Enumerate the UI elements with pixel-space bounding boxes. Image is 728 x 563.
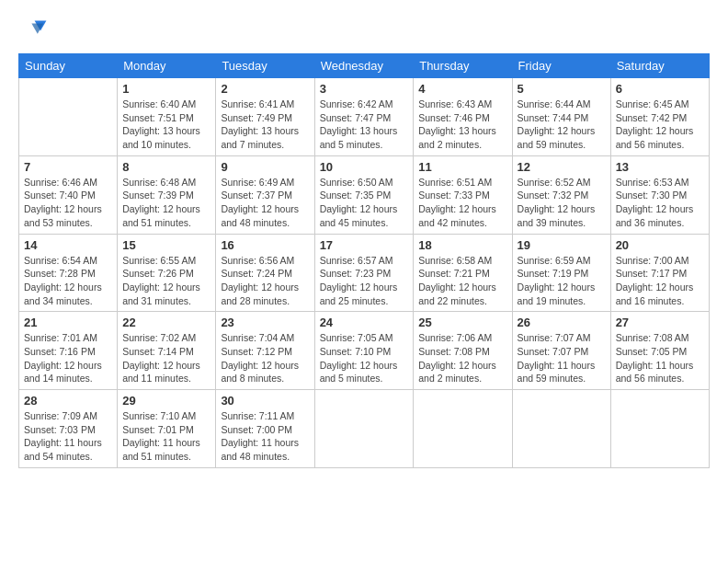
table-row: 24Sunrise: 7:05 AMSunset: 7:10 PMDayligh… (314, 312, 414, 390)
day-number: 11 (418, 160, 506, 174)
table-row: 13Sunrise: 6:53 AMSunset: 7:30 PMDayligh… (610, 155, 709, 234)
day-number: 15 (122, 238, 210, 252)
table-row: 26Sunrise: 7:07 AMSunset: 7:07 PMDayligh… (512, 312, 610, 390)
day-info: Sunrise: 7:07 AMSunset: 7:07 PMDaylight:… (518, 331, 606, 385)
table-row: 16Sunrise: 6:56 AMSunset: 7:24 PMDayligh… (216, 234, 314, 312)
table-row: 15Sunrise: 6:55 AMSunset: 7:26 PMDayligh… (118, 234, 216, 312)
day-info: Sunrise: 6:58 AMSunset: 7:21 PMDaylight:… (418, 254, 506, 308)
day-number: 7 (24, 160, 112, 174)
day-info: Sunrise: 6:44 AMSunset: 7:44 PMDaylight:… (518, 98, 606, 152)
logo-icon (18, 15, 48, 44)
day-number: 22 (122, 316, 210, 329)
day-info: Sunrise: 7:01 AMSunset: 7:16 PMDaylight:… (24, 331, 112, 385)
table-row: 18Sunrise: 6:58 AMSunset: 7:21 PMDayligh… (414, 234, 512, 312)
table-row: 9Sunrise: 6:49 AMSunset: 7:37 PMDaylight… (216, 155, 314, 234)
day-number: 10 (320, 160, 409, 174)
day-info: Sunrise: 7:09 AMSunset: 7:03 PMDaylight:… (24, 409, 112, 464)
day-number: 28 (24, 394, 112, 408)
table-row (512, 390, 610, 468)
logo (18, 15, 51, 44)
calendar-week-row: 28Sunrise: 7:09 AMSunset: 7:03 PMDayligh… (19, 390, 710, 468)
col-thursday: Thursday (414, 54, 512, 78)
table-row (414, 390, 512, 468)
day-info: Sunrise: 6:48 AMSunset: 7:39 PMDaylight:… (122, 176, 210, 230)
day-number: 29 (122, 394, 210, 408)
table-row: 25Sunrise: 7:06 AMSunset: 7:08 PMDayligh… (414, 312, 512, 390)
day-number: 25 (418, 316, 506, 329)
day-info: Sunrise: 6:53 AMSunset: 7:30 PMDaylight:… (616, 176, 704, 230)
day-info: Sunrise: 6:59 AMSunset: 7:19 PMDaylight:… (518, 254, 606, 308)
table-row: 12Sunrise: 6:52 AMSunset: 7:32 PMDayligh… (512, 155, 610, 234)
day-info: Sunrise: 6:43 AMSunset: 7:46 PMDaylight:… (418, 98, 506, 152)
col-sunday: Sunday (19, 54, 118, 78)
day-info: Sunrise: 6:52 AMSunset: 7:32 PMDaylight:… (518, 176, 606, 230)
table-row (610, 390, 709, 468)
day-info: Sunrise: 7:00 AMSunset: 7:17 PMDaylight:… (616, 254, 704, 308)
day-number: 26 (518, 316, 606, 329)
day-info: Sunrise: 6:41 AMSunset: 7:49 PMDaylight:… (221, 98, 309, 152)
day-number: 1 (122, 82, 210, 96)
col-friday: Friday (512, 54, 610, 78)
day-info: Sunrise: 7:04 AMSunset: 7:12 PMDaylight:… (221, 331, 309, 385)
day-number: 14 (24, 238, 112, 252)
day-info: Sunrise: 6:56 AMSunset: 7:24 PMDaylight:… (221, 254, 309, 308)
day-info: Sunrise: 7:10 AMSunset: 7:01 PMDaylight:… (122, 409, 210, 464)
table-row: 27Sunrise: 7:08 AMSunset: 7:05 PMDayligh… (610, 312, 709, 390)
table-row: 23Sunrise: 7:04 AMSunset: 7:12 PMDayligh… (216, 312, 314, 390)
day-info: Sunrise: 7:06 AMSunset: 7:08 PMDaylight:… (418, 331, 506, 385)
day-number: 23 (221, 316, 309, 329)
day-number: 4 (418, 82, 506, 96)
calendar-week-row: 7Sunrise: 6:46 AMSunset: 7:40 PMDaylight… (19, 155, 710, 234)
day-number: 16 (221, 238, 309, 252)
day-number: 8 (122, 160, 210, 174)
table-row: 28Sunrise: 7:09 AMSunset: 7:03 PMDayligh… (19, 390, 118, 468)
day-number: 12 (518, 160, 606, 174)
table-row: 8Sunrise: 6:48 AMSunset: 7:39 PMDaylight… (118, 155, 216, 234)
day-number: 20 (616, 238, 704, 252)
table-row: 19Sunrise: 6:59 AMSunset: 7:19 PMDayligh… (512, 234, 610, 312)
table-row: 4Sunrise: 6:43 AMSunset: 7:46 PMDaylight… (414, 78, 512, 156)
table-row: 21Sunrise: 7:01 AMSunset: 7:16 PMDayligh… (19, 312, 118, 390)
calendar-week-row: 14Sunrise: 6:54 AMSunset: 7:28 PMDayligh… (19, 234, 710, 312)
col-saturday: Saturday (610, 54, 709, 78)
day-info: Sunrise: 6:42 AMSunset: 7:47 PMDaylight:… (320, 98, 409, 152)
col-wednesday: Wednesday (314, 54, 414, 78)
table-row (314, 390, 414, 468)
day-info: Sunrise: 6:54 AMSunset: 7:28 PMDaylight:… (24, 254, 112, 308)
table-row: 7Sunrise: 6:46 AMSunset: 7:40 PMDaylight… (19, 155, 118, 234)
day-number: 19 (518, 238, 606, 252)
day-number: 9 (221, 160, 309, 174)
table-row: 1Sunrise: 6:40 AMSunset: 7:51 PMDaylight… (118, 78, 216, 156)
table-row: 20Sunrise: 7:00 AMSunset: 7:17 PMDayligh… (610, 234, 709, 312)
table-row: 11Sunrise: 6:51 AMSunset: 7:33 PMDayligh… (414, 155, 512, 234)
day-info: Sunrise: 7:08 AMSunset: 7:05 PMDaylight:… (616, 331, 704, 385)
day-info: Sunrise: 7:11 AMSunset: 7:00 PMDaylight:… (221, 409, 309, 464)
table-row: 29Sunrise: 7:10 AMSunset: 7:01 PMDayligh… (118, 390, 216, 468)
table-row: 10Sunrise: 6:50 AMSunset: 7:35 PMDayligh… (314, 155, 414, 234)
day-info: Sunrise: 6:49 AMSunset: 7:37 PMDaylight:… (221, 176, 309, 230)
day-number: 21 (24, 316, 112, 329)
col-monday: Monday (118, 54, 216, 78)
table-row: 2Sunrise: 6:41 AMSunset: 7:49 PMDaylight… (216, 78, 314, 156)
day-info: Sunrise: 7:05 AMSunset: 7:10 PMDaylight:… (320, 331, 409, 385)
day-info: Sunrise: 6:40 AMSunset: 7:51 PMDaylight:… (122, 98, 210, 152)
day-info: Sunrise: 6:55 AMSunset: 7:26 PMDaylight:… (122, 254, 210, 308)
day-number: 6 (616, 82, 704, 96)
day-number: 30 (221, 394, 309, 408)
day-number: 24 (320, 316, 409, 329)
day-number: 17 (320, 238, 409, 252)
day-info: Sunrise: 6:45 AMSunset: 7:42 PMDaylight:… (616, 98, 704, 152)
table-row: 30Sunrise: 7:11 AMSunset: 7:00 PMDayligh… (216, 390, 314, 468)
day-info: Sunrise: 6:57 AMSunset: 7:23 PMDaylight:… (320, 254, 409, 308)
day-info: Sunrise: 6:46 AMSunset: 7:40 PMDaylight:… (24, 176, 112, 230)
day-number: 18 (418, 238, 506, 252)
day-info: Sunrise: 6:50 AMSunset: 7:35 PMDaylight:… (320, 176, 409, 230)
day-number: 3 (320, 82, 409, 96)
day-number: 27 (616, 316, 704, 329)
day-number: 2 (221, 82, 309, 96)
table-row: 5Sunrise: 6:44 AMSunset: 7:44 PMDaylight… (512, 78, 610, 156)
day-number: 13 (616, 160, 704, 174)
calendar-week-row: 21Sunrise: 7:01 AMSunset: 7:16 PMDayligh… (19, 312, 710, 390)
day-info: Sunrise: 6:51 AMSunset: 7:33 PMDaylight:… (418, 176, 506, 230)
page: Sunday Monday Tuesday Wednesday Thursday… (0, 0, 728, 563)
